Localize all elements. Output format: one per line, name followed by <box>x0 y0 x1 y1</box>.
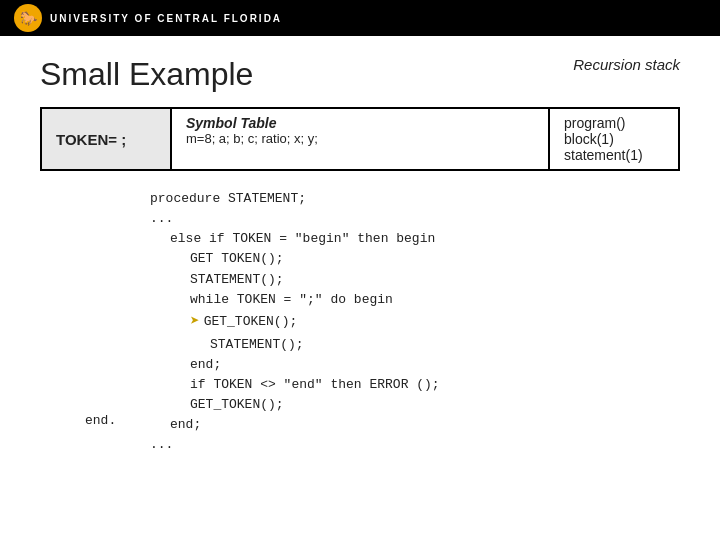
recursion-values-box: program() block(1) statement(1) <box>548 109 678 169</box>
code-line: STATEMENT(); <box>190 335 440 355</box>
code-line: GET_TOKEN(); <box>170 395 440 415</box>
code-text: STATEMENT(); <box>190 270 284 290</box>
code-area: end. procedure STATEMENT;...else if TOKE… <box>85 189 440 455</box>
title-row: Small Example Recursion stack <box>40 56 680 93</box>
header-bar: 🐎 UNIVERSITY OF CENTRAL FLORIDA <box>0 0 720 36</box>
recursion-stack-label: Recursion stack <box>540 56 680 73</box>
code-line: ... <box>130 209 440 229</box>
code-line: end; <box>150 415 440 435</box>
code-text: GET TOKEN(); <box>190 249 284 269</box>
code-text: end; <box>170 415 201 435</box>
page-title: Small Example <box>40 56 540 93</box>
code-text: while TOKEN = ";" do begin <box>190 290 393 310</box>
pegasus-icon: 🐎 <box>14 4 42 32</box>
info-row: TOKEN= ; Symbol Table m=8; a; b; c; rati… <box>40 107 680 171</box>
code-text: GET_TOKEN(); <box>204 312 298 332</box>
code-text: GET_TOKEN(); <box>190 395 284 415</box>
code-line: while TOKEN = ";" do begin <box>170 290 440 310</box>
symbol-table-title: Symbol Table <box>186 115 534 131</box>
symbol-table-values: m=8; a; b; c; ratio; x; y; <box>186 131 534 146</box>
code-text: ... <box>150 435 173 455</box>
code-line: else if TOKEN = "begin" then begin <box>150 229 440 249</box>
code-section: end. procedure STATEMENT;...else if TOKE… <box>40 189 680 455</box>
symbol-table-box: Symbol Table m=8; a; b; c; ratio; x; y; <box>172 109 548 169</box>
code-line: end; <box>170 355 440 375</box>
code-text: STATEMENT(); <box>210 335 304 355</box>
code-text: else if TOKEN = "begin" then begin <box>170 229 435 249</box>
code-text: if TOKEN <> "end" then ERROR (); <box>190 375 440 395</box>
recursion-line2: block(1) <box>564 131 664 147</box>
arrow-indicator-icon: ➤ <box>190 310 200 335</box>
token-box: TOKEN= ; <box>42 109 172 169</box>
code-text: ... <box>150 209 173 229</box>
code-line: ➤GET_TOKEN(); <box>190 310 440 335</box>
recursion-line1: program() <box>564 115 664 131</box>
university-name: UNIVERSITY OF CENTRAL FLORIDA <box>50 13 282 24</box>
code-line: ... <box>130 435 440 455</box>
main-content: Small Example Recursion stack TOKEN= ; S… <box>0 36 720 475</box>
code-line: procedure STATEMENT; <box>130 189 440 209</box>
code-line: GET TOKEN(); <box>170 249 440 269</box>
code-text: procedure STATEMENT; <box>150 189 306 209</box>
code-line: STATEMENT(); <box>170 270 440 290</box>
code-line: if TOKEN <> "end" then ERROR (); <box>170 375 440 395</box>
university-logo: 🐎 UNIVERSITY OF CENTRAL FLORIDA <box>14 4 282 32</box>
code-text: end; <box>190 355 221 375</box>
recursion-line3: statement(1) <box>564 147 664 163</box>
